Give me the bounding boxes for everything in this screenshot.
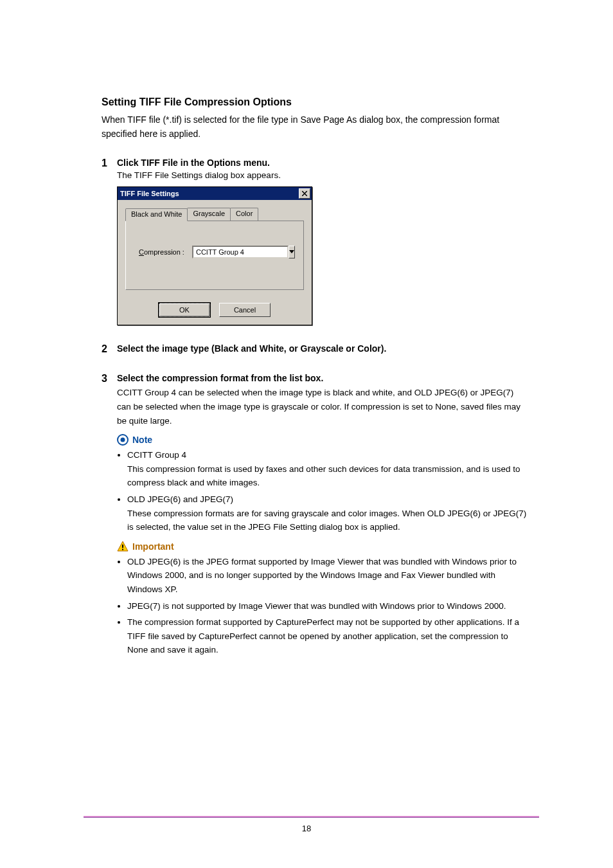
bullet-body: These compression formats are for saving… <box>127 507 529 534</box>
important-bullets: OLD JPEG(6) is the JPEG format supported… <box>117 555 529 657</box>
section-title: Setting TIFF File Compression Options <box>102 96 529 108</box>
list-item: OLD JPEG(6) and JPEG(7) These compressio… <box>127 493 529 534</box>
note-icon <box>117 434 129 446</box>
tab-row: Black and White Grayscale Color <box>125 208 304 221</box>
close-icon[interactable] <box>299 188 310 199</box>
intro-paragraph: When TIFF file (*.tif) is selected for t… <box>102 113 529 141</box>
bullet-heading: OLD JPEG(6) and JPEG(7) <box>127 493 529 507</box>
compression-label: Compression : <box>139 248 184 256</box>
tab-pane: Compression : <box>125 221 304 290</box>
step-3: 3 Select the compression format from the… <box>102 373 529 660</box>
important-callout: Important <box>117 541 529 552</box>
dialog-footer: OK Cancel <box>118 298 312 325</box>
tab-color[interactable]: Color <box>230 208 258 221</box>
step-heading: Click TIFF File in the Options menu. <box>117 158 529 168</box>
dialog-titlebar: TIFF File Settings <box>118 187 312 200</box>
list-item: CCITT Group 4 This compression format is… <box>127 448 529 490</box>
bullet-body: This compression format is used by faxes… <box>127 462 529 490</box>
page-number: 18 <box>0 824 613 833</box>
step-heading: Select the compression format from the l… <box>117 373 529 383</box>
step-number: 2 <box>102 343 117 355</box>
dialog-title-text: TIFF File Settings <box>120 190 179 197</box>
list-item: JPEG(7) is not supported by Image Viewer… <box>127 599 529 613</box>
svg-point-1 <box>121 438 125 442</box>
compression-select[interactable] <box>192 246 282 258</box>
step-description: CCITT Group 4 can be selected when the i… <box>117 386 529 428</box>
compression-value[interactable] <box>192 246 289 258</box>
step-heading: Select the image type (Black and White, … <box>117 343 529 354</box>
step-2: 2 Select the image type (Black and White… <box>102 343 529 355</box>
ok-button[interactable]: OK <box>159 303 210 317</box>
note-callout: Note <box>117 434 529 446</box>
svg-rect-2 <box>122 545 123 548</box>
important-label: Important <box>132 541 174 552</box>
svg-rect-3 <box>122 548 123 550</box>
dialog-body: Black and White Grayscale Color Compress… <box>118 200 312 298</box>
step-number: 1 <box>102 158 117 325</box>
step-number: 3 <box>102 373 117 660</box>
tab-grayscale[interactable]: Grayscale <box>187 208 231 221</box>
step-1: 1 Click TIFF File in the Options menu. T… <box>102 158 529 325</box>
cancel-button[interactable]: Cancel <box>219 303 271 317</box>
step-subtext: The TIFF File Settings dialog box appear… <box>117 170 529 180</box>
list-item: OLD JPEG(6) is the JPEG format supported… <box>127 555 529 597</box>
chevron-down-icon[interactable] <box>289 246 295 258</box>
bullet-heading: CCITT Group 4 <box>127 448 529 462</box>
tiff-settings-dialog: TIFF File Settings Black and White Grays… <box>117 186 312 325</box>
note-label: Note <box>132 435 152 445</box>
tab-black-and-white[interactable]: Black and White <box>125 208 188 221</box>
important-icon <box>117 541 129 552</box>
note-bullets: CCITT Group 4 This compression format is… <box>117 448 529 534</box>
footer-divider <box>84 816 539 818</box>
list-item: The compression format supported by Capt… <box>127 615 529 657</box>
